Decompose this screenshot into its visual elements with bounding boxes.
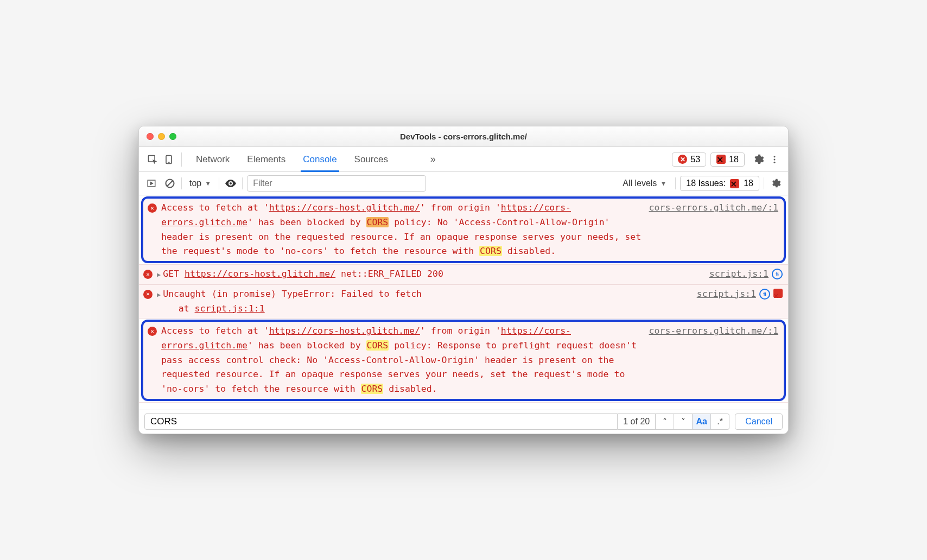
log-levels-selector[interactable]: All levels ▼ [618, 179, 671, 188]
disclosure-triangle-icon[interactable]: ▶ [157, 271, 161, 278]
window-titlebar: DevTools - cors-errors.glitch.me/ [139, 126, 788, 147]
console-toolbar: top ▼ All levels ▼ 18 Issues: ✕ 18 [139, 172, 788, 195]
find-bar: 1 of 20 ˄ ˅ Aa .* Cancel [139, 410, 788, 434]
context-selector[interactable]: top ▼ [186, 179, 214, 188]
regex-button[interactable]: .* [711, 413, 729, 430]
find-cancel-button[interactable]: Cancel [735, 413, 783, 430]
console-settings-icon[interactable] [769, 176, 783, 190]
svg-point-5 [774, 161, 776, 163]
more-tabs-button[interactable]: » [427, 151, 439, 168]
console-row[interactable]: ✕▶Uncaught (in promise) TypeError: Faile… [139, 284, 788, 319]
toggle-sidebar-icon[interactable] [144, 176, 158, 190]
caret-down-icon: ▼ [660, 180, 666, 187]
issues-count-badge[interactable]: ✕ 18 [710, 152, 745, 167]
error-icon: ✕ [678, 155, 687, 164]
find-prev-button[interactable]: ˄ [656, 413, 674, 430]
maximize-button[interactable] [169, 133, 176, 140]
separator [675, 177, 676, 189]
error-icon: ✕ [148, 327, 157, 336]
clear-console-icon[interactable] [163, 176, 177, 190]
error-icon: ✕ [143, 290, 153, 299]
console-row[interactable]: ✕Access to fetch at 'https://cors-host.g… [141, 320, 786, 401]
row-actions: ⇅✕ [759, 289, 783, 300]
tab-console[interactable]: Console [301, 149, 339, 172]
window-title: DevTools - cors-errors.glitch.me/ [139, 132, 788, 141]
traffic-lights [147, 133, 176, 140]
row-actions: ⇅ [772, 269, 783, 279]
device-toolbar-icon[interactable] [161, 151, 177, 168]
console-messages: ✕Access to fetch at 'https://cors-host.g… [139, 196, 788, 401]
console-message: ▶GET https://cors-host.glitch.me/ net::E… [157, 267, 704, 282]
issues-summary[interactable]: 18 Issues: ✕ 18 [680, 176, 759, 191]
filter-input[interactable] [247, 175, 426, 192]
issue-icon: ✕ [730, 179, 739, 188]
refetch-icon[interactable]: ⇅ [772, 269, 783, 279]
console-message: Access to fetch at 'https://cors-host.gl… [161, 324, 644, 397]
find-status: 1 of 20 [618, 413, 656, 430]
panel-tabs-row: NetworkElementsConsoleSources » ✕ 53 ✕ 1… [139, 147, 788, 172]
separator [764, 177, 764, 189]
tab-elements[interactable]: Elements [245, 149, 288, 170]
tab-network[interactable]: Network [194, 149, 232, 170]
context-label: top [189, 179, 201, 188]
settings-icon[interactable] [750, 151, 766, 168]
panel-tabs: NetworkElementsConsoleSources [194, 149, 427, 170]
levels-label: All levels [623, 179, 657, 188]
error-icon: ✕ [148, 203, 157, 213]
console-row[interactable]: ✕Access to fetch at 'https://cors-host.g… [141, 196, 786, 263]
kebab-menu-icon[interactable] [766, 151, 783, 168]
status-badges: ✕ 53 ✕ 18 [672, 152, 745, 167]
close-button[interactable] [147, 133, 154, 140]
source-link[interactable]: cors-errors.glitch.me/:1 [649, 324, 778, 339]
error-count-badge[interactable]: ✕ 53 [672, 152, 706, 167]
svg-line-9 [167, 181, 173, 186]
separator [181, 152, 182, 167]
live-expression-icon[interactable] [224, 176, 238, 190]
tab-sources[interactable]: Sources [352, 149, 390, 170]
issue-icon: ✕ [716, 155, 726, 164]
find-input[interactable] [144, 413, 618, 430]
svg-point-4 [774, 158, 776, 160]
svg-point-3 [774, 156, 776, 157]
console-message: ▶Uncaught (in promise) TypeError: Failed… [157, 287, 691, 316]
disclosure-triangle-icon[interactable]: ▶ [157, 291, 161, 298]
source-link[interactable]: cors-errors.glitch.me/:1 [649, 201, 778, 215]
find-controls: ˄ ˅ Aa .* [656, 413, 729, 430]
svg-marker-7 [151, 182, 153, 185]
error-icon: ✕ [143, 270, 153, 279]
source-link[interactable]: script.js:1 [697, 287, 756, 302]
inspect-element-icon[interactable] [144, 151, 161, 168]
separator [181, 177, 182, 189]
svg-point-10 [230, 182, 232, 184]
match-case-button[interactable]: Aa [693, 413, 711, 430]
caret-down-icon: ▼ [205, 180, 211, 187]
issues-label: 18 Issues: [686, 179, 726, 188]
find-next-button[interactable]: ˅ [674, 413, 693, 430]
issues-count: 18 [729, 155, 739, 164]
issue-icon[interactable]: ✕ [773, 289, 783, 298]
separator [242, 177, 243, 189]
source-link[interactable]: script.js:1 [709, 267, 769, 282]
error-count: 53 [690, 155, 700, 164]
devtools-window: DevTools - cors-errors.glitch.me/ Networ… [138, 126, 789, 434]
refetch-icon[interactable]: ⇅ [759, 289, 770, 300]
console-message: Access to fetch at 'https://cors-host.gl… [161, 201, 644, 259]
minimize-button[interactable] [158, 133, 165, 140]
console-row[interactable]: ✕▶GET https://cors-host.glitch.me/ net::… [139, 264, 788, 284]
separator [219, 177, 219, 189]
issues-summary-count: 18 [744, 179, 753, 188]
